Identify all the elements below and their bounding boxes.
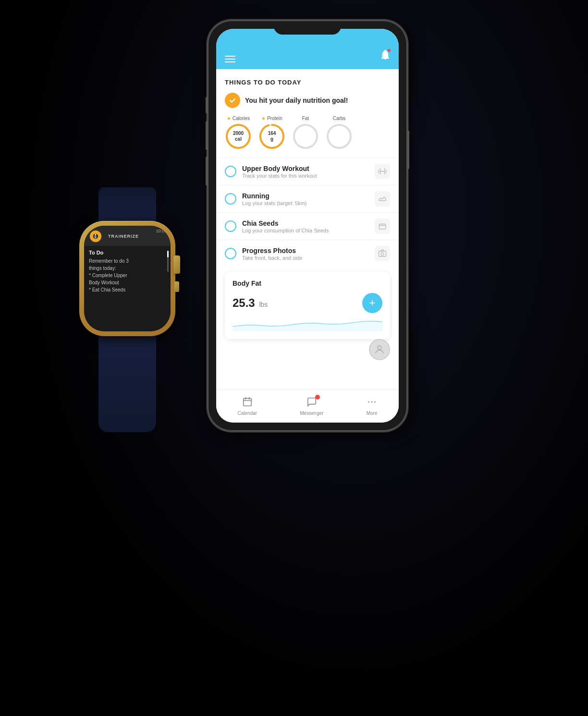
check-circle-icon xyxy=(225,93,240,108)
protein-label: Protein xyxy=(267,116,282,121)
nutrition-goal-text: You hit your daily nutrition goal! xyxy=(245,97,348,104)
svg-point-4 xyxy=(294,125,317,148)
bottom-navigation: Calendar Messenger xyxy=(216,389,399,423)
nutrition-fat: Fat xyxy=(292,116,319,150)
workout-item-progress-photos[interactable]: Progress Photos Take front, back, and si… xyxy=(216,240,399,267)
workout-item-upper-body[interactable]: Upper Body Workout Track your stats for … xyxy=(216,158,399,185)
nutrition-goal-row: You hit your daily nutrition goal! xyxy=(225,93,390,108)
section-title: THINGS TO DO TODAY xyxy=(225,79,390,86)
more-icon xyxy=(367,397,377,410)
body-fat-value-container: 25.3 lbs xyxy=(233,296,268,310)
nav-calendar-label: Calendar xyxy=(238,411,257,416)
star-icon: ★ xyxy=(227,116,231,121)
watch-digital-crown xyxy=(173,255,180,274)
calendar-icon xyxy=(242,397,253,410)
watch-screen: 10:09 TRAINERIZE To Do Remember to do 3t… xyxy=(84,226,171,331)
shoe-icon xyxy=(375,191,390,206)
phone-body: THINGS TO DO TODAY You hit your daily nu… xyxy=(207,19,408,432)
svg-point-9 xyxy=(378,346,381,350)
body-fat-card: Body Fat 25.3 lbs + xyxy=(225,272,390,339)
svg-point-12 xyxy=(371,401,373,402)
workout-item-subtitle: Log your stats (target: 5km) xyxy=(242,200,369,206)
watch-app-logo xyxy=(89,230,102,243)
svg-point-16 xyxy=(95,234,97,235)
watch-body: 10:09 TRAINERIZE To Do Remember to do 3t… xyxy=(79,221,175,336)
workout-complete-button[interactable] xyxy=(225,193,236,205)
svg-rect-6 xyxy=(379,224,386,230)
phone-volume-up-button xyxy=(206,121,208,150)
nav-messenger[interactable]: Messenger xyxy=(300,397,323,416)
watch-time: 10:09 xyxy=(156,229,167,233)
menu-button[interactable] xyxy=(225,56,235,62)
workout-text: Chia Seeds Log your consumption of Chia … xyxy=(242,219,369,233)
protein-ring: 164 g xyxy=(258,123,285,150)
carbs-label: Carbs xyxy=(333,116,346,121)
watch-app-name: TRAINERIZE xyxy=(108,234,139,239)
nutrition-carbs: Carbs xyxy=(326,116,353,150)
apple-watch-device: 10:09 TRAINERIZE To Do Remember to do 3t… xyxy=(38,187,216,432)
watch-todo-title: To Do xyxy=(89,250,166,255)
dumbbell-icon xyxy=(375,164,390,179)
workout-item-title: Running xyxy=(242,192,369,200)
calories-ring: 2000 cal xyxy=(225,123,252,150)
photo-icon xyxy=(375,246,390,261)
body-fat-unit: lbs xyxy=(259,301,268,308)
workout-item-title: Upper Body Workout xyxy=(242,165,369,172)
body-fat-value: 25.3 xyxy=(233,296,255,309)
nav-calendar[interactable]: Calendar xyxy=(238,397,257,416)
fat-ring xyxy=(292,123,319,150)
phone-volume-down-button xyxy=(206,157,208,185)
protein-value: 164 g xyxy=(268,131,276,142)
add-body-fat-button[interactable]: + xyxy=(362,293,382,313)
watch-todo-text: Remember to do 3things today:* Complete … xyxy=(89,257,166,293)
user-avatar[interactable] xyxy=(369,339,390,360)
workout-complete-button[interactable] xyxy=(225,220,236,232)
phone-notch xyxy=(274,21,341,35)
phone-screen: THINGS TO DO TODAY You hit your daily nu… xyxy=(216,29,399,423)
body-fat-title: Body Fat xyxy=(233,279,382,287)
svg-point-11 xyxy=(368,401,369,402)
watch-band-bottom xyxy=(98,327,156,432)
carbs-ring xyxy=(326,123,353,150)
watch-side-button xyxy=(174,281,179,292)
workout-item-subtitle: Log your consumption of Chia Seeds xyxy=(242,228,369,233)
workout-item-title: Chia Seeds xyxy=(242,219,369,227)
svg-point-5 xyxy=(328,125,351,148)
svg-rect-10 xyxy=(244,398,252,406)
calories-label: Calories xyxy=(233,116,250,121)
messenger-icon xyxy=(306,397,317,410)
body-fat-row: 25.3 lbs + xyxy=(233,293,382,313)
phone-power-button xyxy=(407,131,409,169)
watch-content: To Do Remember to do 3things today:* Com… xyxy=(84,246,171,331)
workout-text: Running Log your stats (target: 5km) xyxy=(242,192,369,206)
notification-badge xyxy=(387,49,391,52)
workout-text: Upper Body Workout Track your stats for … xyxy=(242,165,369,179)
workout-item-subtitle: Take front, back, and side xyxy=(242,255,369,261)
nav-more[interactable]: More xyxy=(367,397,378,416)
svg-point-8 xyxy=(381,253,384,255)
messenger-badge xyxy=(315,395,320,400)
phone-device: THINGS TO DO TODAY You hit your daily nu… xyxy=(207,19,408,432)
workout-item-running[interactable]: Running Log your stats (target: 5km) xyxy=(216,185,399,212)
nutrition-calories: ★ Calories 2000 cal xyxy=(225,116,252,150)
things-to-do-section: THINGS TO DO TODAY You hit your daily nu… xyxy=(216,69,399,150)
workout-complete-button[interactable] xyxy=(225,166,236,177)
phone-mute-button xyxy=(206,97,208,113)
workout-item-subtitle: Track your stats for this workout xyxy=(242,173,369,179)
nutrition-protein: ★ Protein 164 g xyxy=(258,116,285,150)
svg-point-13 xyxy=(374,401,376,402)
phone-header xyxy=(216,29,399,69)
nutrition-circles: ★ Calories 2000 cal xyxy=(225,116,390,150)
notifications-button[interactable] xyxy=(380,49,390,62)
workout-item-chia-seeds[interactable]: Chia Seeds Log your consumption of Chia … xyxy=(216,212,399,240)
workout-item-title: Progress Photos xyxy=(242,247,369,255)
watch-app-header: 10:09 TRAINERIZE xyxy=(84,226,171,246)
workout-text: Progress Photos Take front, back, and si… xyxy=(242,247,369,261)
calories-value: 2000 cal xyxy=(233,131,244,142)
fat-label: Fat xyxy=(302,116,309,121)
nav-more-label: More xyxy=(367,411,378,416)
nav-messenger-label: Messenger xyxy=(300,411,323,416)
body-fat-chart xyxy=(233,317,382,331)
food-icon xyxy=(375,218,390,234)
workout-complete-button[interactable] xyxy=(225,248,236,259)
